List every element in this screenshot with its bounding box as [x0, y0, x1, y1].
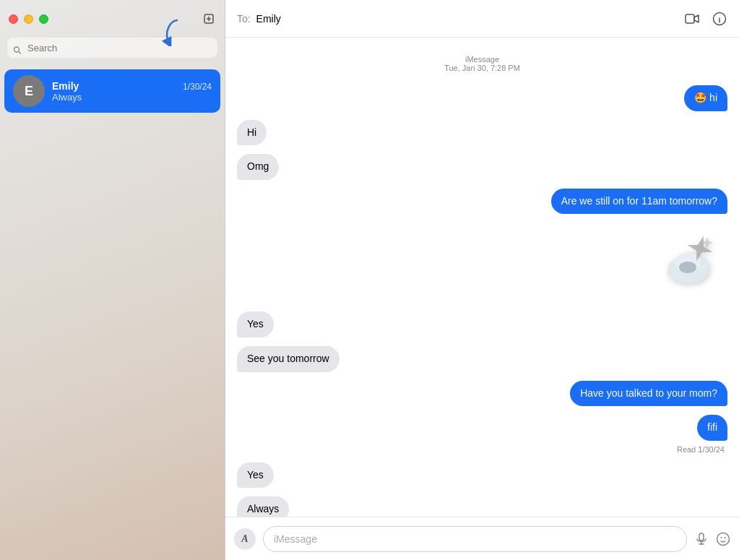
message-bubble: Omg: [237, 154, 279, 180]
msg-group-sent-hi: 🤩 hi: [237, 85, 727, 111]
conv-preview-emily: Always: [52, 92, 212, 103]
message-timestamp: iMessage Tue, Jan 30, 7:28 PM: [237, 55, 727, 72]
video-call-button[interactable]: [684, 11, 700, 27]
message-bubble: Always: [237, 496, 289, 517]
minimize-button[interactable]: [24, 14, 33, 24]
message-bubble: Are we still on for 11am tomorrow?: [551, 189, 727, 215]
apps-button[interactable]: A: [234, 528, 256, 550]
msg-group-received-omg: Omg: [237, 154, 727, 180]
svg-point-15: [679, 262, 696, 273]
message-bubble: See you tomorrow: [237, 346, 340, 372]
audio-input-button[interactable]: [694, 532, 709, 546]
chat-header: To: Emily i: [225, 0, 739, 38]
titlebar: [0, 0, 225, 38]
message-bubble: fifi: [697, 415, 727, 441]
sticker-svg: [655, 228, 727, 293]
msg-group-received-yes2: Yes: [237, 462, 727, 488]
msg-group-sent-mom: Have you talked to your mom?: [237, 381, 727, 407]
message-bubble: Have you talked to your mom?: [570, 381, 727, 407]
arrow-indicator: [156, 17, 185, 46]
conversation-item-emily[interactable]: E Emily 1/30/24 Always: [4, 69, 220, 113]
info-button[interactable]: i: [712, 11, 727, 27]
recipient-name: Emily: [256, 13, 281, 25]
close-button[interactable]: [9, 14, 18, 24]
msg-group-received-yes1: Yes: [237, 311, 727, 337]
read-receipt: Read 1/30/24: [677, 445, 725, 454]
chat-area: To: Emily i iMessage Tue, Jan 30, 7:28 P…: [225, 0, 739, 560]
search-bar-container: [0, 38, 225, 65]
svg-point-21: [725, 537, 726, 538]
maximize-button[interactable]: [39, 14, 48, 24]
msg-group-sent-11am: Are we still on for 11am tomorrow?: [237, 189, 727, 215]
sticker: [655, 228, 727, 301]
conv-info-emily: Emily 1/30/24 Always: [52, 80, 212, 103]
input-area: A: [225, 517, 739, 560]
message-bubble: Yes: [237, 311, 274, 337]
search-input[interactable]: [7, 38, 217, 58]
conversation-list: E Emily 1/30/24 Always: [0, 65, 225, 560]
to-label: To:: [237, 13, 251, 25]
messages-area: iMessage Tue, Jan 30, 7:28 PM 🤩 hi Hi Om…: [225, 38, 739, 517]
message-input[interactable]: [263, 526, 687, 552]
msg-group-received-always: Always: [237, 496, 727, 517]
sticker-area: [237, 228, 727, 301]
svg-rect-16: [699, 533, 704, 540]
traffic-lights: [9, 14, 48, 24]
svg-point-20: [721, 537, 722, 538]
recipient-label: To: Emily: [237, 13, 281, 25]
compose-button[interactable]: [202, 12, 216, 26]
chat-header-actions: i: [684, 11, 727, 27]
emoji-button[interactable]: [716, 532, 730, 546]
svg-text:i: i: [718, 14, 720, 23]
conv-name-emily: Emily: [52, 80, 79, 92]
message-bubble: 🤩 hi: [684, 85, 727, 111]
svg-point-19: [717, 533, 730, 545]
input-right-icons: [694, 532, 730, 546]
message-bubble: Yes: [237, 462, 274, 488]
msg-group-received-seeyou: See you tomorrow: [237, 346, 727, 372]
message-bubble: Hi: [237, 120, 267, 146]
sidebar: E Emily 1/30/24 Always: [0, 0, 225, 560]
conv-date-emily: 1/30/24: [183, 82, 212, 92]
msg-group-sent-fifi: fifi Read 1/30/24: [237, 415, 727, 454]
avatar-emily: E: [13, 75, 45, 107]
svg-rect-6: [686, 14, 694, 23]
msg-group-received-hi: Hi: [237, 120, 727, 146]
